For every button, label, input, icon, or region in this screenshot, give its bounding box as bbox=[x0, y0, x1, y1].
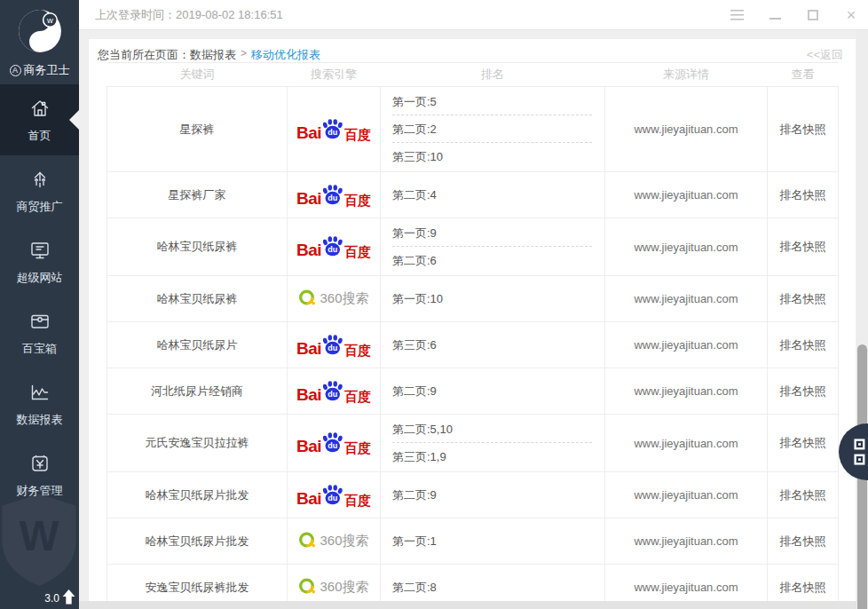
rank-entry: 第一页:5 bbox=[392, 88, 592, 115]
rank-entry: 第二页:8 bbox=[392, 573, 592, 601]
source-link[interactable]: www.jieyajituan.com bbox=[634, 241, 738, 254]
engine-cell: Baidu百度 bbox=[288, 322, 381, 368]
breadcrumb-current-link[interactable]: 移动优化报表 bbox=[251, 47, 320, 63]
sidebar-item-label: 数据报表 bbox=[17, 412, 63, 428]
snapshot-link[interactable]: 排名快照 bbox=[780, 338, 826, 352]
view-cell: 排名快照 bbox=[768, 322, 839, 368]
brand-badge-icon: A bbox=[10, 65, 21, 76]
baidu-logo-suffix: 百度 bbox=[344, 128, 371, 141]
promotion-icon bbox=[28, 168, 51, 191]
svg-text:du: du bbox=[327, 194, 337, 202]
snapshot-link[interactable]: 排名快照 bbox=[780, 384, 826, 398]
baidu-logo-suffix: 百度 bbox=[344, 494, 371, 507]
snapshot-link[interactable]: 排名快照 bbox=[780, 188, 826, 202]
rank-cell: 第一页:1 bbox=[381, 518, 605, 565]
view-cell: 排名快照 bbox=[768, 368, 839, 415]
baidu-logo: Baidu百度 bbox=[296, 431, 371, 455]
header-keyword: 关键词 bbox=[107, 63, 288, 87]
keyword-cell: 哈林宝贝纸尿片批发 bbox=[107, 472, 288, 518]
svg-text:du: du bbox=[327, 494, 337, 502]
report-chart-icon bbox=[28, 381, 51, 404]
so360-ring-icon bbox=[298, 577, 317, 598]
source-link[interactable]: www.jieyajituan.com bbox=[634, 292, 738, 305]
sidebar-item-website[interactable]: 超级网站 bbox=[0, 226, 79, 297]
back-link[interactable]: <<返回 bbox=[807, 47, 843, 63]
vertical-scrollbar-track[interactable] bbox=[856, 30, 868, 609]
sidebar-item-home[interactable]: 首页 bbox=[0, 84, 79, 155]
rank-entry: 第二页:6 bbox=[392, 247, 592, 274]
view-cell: 排名快照 bbox=[768, 472, 839, 518]
source-cell: www.jieyajituan.com bbox=[605, 472, 768, 518]
snapshot-link[interactable]: 排名快照 bbox=[780, 581, 826, 594]
sidebar: w A 商务卫士 首页 bbox=[0, 0, 79, 609]
baidu-paw-icon: du bbox=[320, 431, 344, 455]
source-link[interactable]: www.jieyajituan.com bbox=[634, 437, 738, 450]
keyword-cell: 星探裤 bbox=[107, 87, 288, 172]
app-logo-icon: w bbox=[17, 8, 63, 54]
source-link[interactable]: www.jieyajituan.com bbox=[634, 188, 738, 202]
engine-cell: Baidu百度 bbox=[288, 472, 381, 518]
svg-text:W: W bbox=[19, 512, 59, 559]
engine-cell: 360搜索 bbox=[288, 565, 381, 602]
shield-watermark: W bbox=[0, 490, 85, 593]
title-bar: 上次登录时间：2019-08-02 18:16:51 × bbox=[79, 0, 868, 30]
qr-code-icon bbox=[854, 439, 868, 465]
snapshot-link[interactable]: 排名快照 bbox=[780, 488, 826, 502]
horizontal-scrollbar-track[interactable] bbox=[79, 601, 856, 609]
rank-entry: 第一页:1 bbox=[392, 527, 592, 555]
rank-cell: 第二页:9 bbox=[381, 472, 605, 518]
ranking-table: 关键词 搜索引擎 排名 来源详情 查看 星探裤Baidu百度第一页:5第二页:2… bbox=[107, 62, 839, 601]
close-button[interactable]: × bbox=[844, 8, 858, 22]
window-controls: × bbox=[730, 8, 858, 22]
header-view: 查看 bbox=[768, 63, 839, 87]
source-link[interactable]: www.jieyajituan.com bbox=[634, 384, 738, 398]
version-label: 3.0 bbox=[44, 592, 59, 605]
engine-cell: 360搜索 bbox=[288, 518, 381, 565]
table-row: 哈林宝贝纸尿裤Baidu百度第一页:9第二页:6www.jieyajituan.… bbox=[107, 218, 839, 276]
source-link[interactable]: www.jieyajituan.com bbox=[634, 338, 738, 352]
baidu-paw-icon: du bbox=[320, 184, 344, 207]
finance-icon bbox=[28, 452, 51, 475]
sidebar-item-promotion[interactable]: 商贸推广 bbox=[0, 155, 79, 226]
table-header-row: 关键词 搜索引擎 排名 来源详情 查看 bbox=[107, 63, 839, 87]
rank-cell: 第一页:9第二页:6 bbox=[381, 218, 605, 276]
snapshot-link[interactable]: 排名快照 bbox=[780, 123, 826, 136]
keyword-cell: 河北纸尿片经销商 bbox=[107, 368, 288, 415]
upgrade-arrow-icon[interactable] bbox=[62, 589, 75, 605]
version-row: 3.0 bbox=[44, 589, 75, 605]
svg-text:du: du bbox=[327, 441, 337, 450]
baidu-logo-suffix: 百度 bbox=[344, 390, 371, 403]
baidu-logo-suffix: 百度 bbox=[344, 194, 371, 207]
snapshot-link[interactable]: 排名快照 bbox=[780, 240, 826, 253]
source-link[interactable]: www.jieyajituan.com bbox=[634, 534, 738, 548]
breadcrumb-prefix: 您当前所在页面： bbox=[98, 47, 190, 63]
last-login-text: 上次登录时间：2019-08-02 18:16:51 bbox=[95, 7, 283, 23]
maximize-button[interactable] bbox=[806, 8, 820, 22]
source-link[interactable]: www.jieyajituan.com bbox=[634, 123, 738, 136]
menu-icon[interactable] bbox=[730, 8, 744, 22]
baidu-logo-suffix: 百度 bbox=[344, 245, 371, 258]
website-icon bbox=[28, 239, 51, 262]
view-cell: 排名快照 bbox=[768, 218, 839, 276]
sidebar-item-toolbox[interactable]: 百宝箱 bbox=[0, 297, 79, 368]
keyword-cell: 星探裤厂家 bbox=[107, 172, 288, 218]
snapshot-link[interactable]: 排名快照 bbox=[780, 292, 826, 305]
rank-cell: 第二页:8 bbox=[381, 565, 605, 602]
table-row: 星探裤厂家Baidu百度第二页:4www.jieyajituan.com排名快照 bbox=[107, 172, 839, 218]
app-window: w A 商务卫士 首页 bbox=[0, 0, 868, 609]
so360-logo: 360搜索 bbox=[298, 577, 368, 598]
baidu-logo-text: Bai bbox=[296, 386, 321, 403]
sidebar-item-label: 商贸推广 bbox=[17, 199, 63, 215]
baidu-logo: Baidu百度 bbox=[296, 184, 371, 207]
minimize-button[interactable] bbox=[768, 8, 782, 22]
baidu-paw-icon: du bbox=[320, 484, 344, 507]
snapshot-link[interactable]: 排名快照 bbox=[780, 534, 826, 548]
source-link[interactable]: www.jieyajituan.com bbox=[634, 581, 738, 594]
header-source: 来源详情 bbox=[605, 63, 768, 87]
snapshot-link[interactable]: 排名快照 bbox=[780, 436, 826, 449]
view-cell: 排名快照 bbox=[768, 172, 839, 218]
sidebar-item-reports[interactable]: 数据报表 bbox=[0, 368, 79, 439]
source-link[interactable]: www.jieyajituan.com bbox=[634, 488, 738, 502]
toolbox-icon bbox=[28, 310, 51, 333]
keyword-cell: 哈林宝贝纸尿片 bbox=[107, 322, 288, 368]
